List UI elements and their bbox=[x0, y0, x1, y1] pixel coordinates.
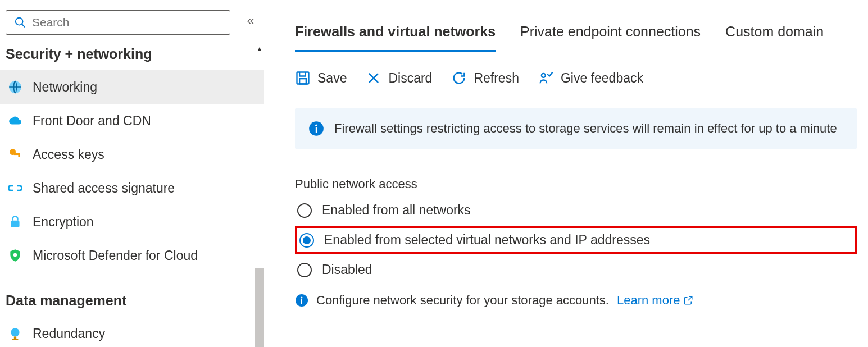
discard-icon bbox=[366, 70, 381, 86]
nav-list-data: Redundancy bbox=[0, 317, 264, 347]
public-access-label: Public network access bbox=[295, 177, 857, 191]
sidebar-item-networking[interactable]: Networking bbox=[0, 70, 264, 104]
sidebar-item-front-door[interactable]: Front Door and CDN bbox=[0, 104, 264, 138]
svg-rect-6 bbox=[11, 221, 19, 227]
toolbar-label: Discard bbox=[388, 71, 432, 86]
sidebar-item-label: Access keys bbox=[33, 147, 104, 162]
toolbar-label: Save bbox=[317, 71, 347, 86]
svg-rect-17 bbox=[316, 127, 317, 133]
sidebar-section-data: Data management bbox=[0, 287, 264, 317]
hint-text: Configure network security for your stor… bbox=[316, 293, 609, 308]
radio-icon bbox=[299, 233, 314, 248]
shield-icon bbox=[8, 248, 22, 263]
feedback-button[interactable]: Give feedback bbox=[538, 70, 643, 86]
sidebar-item-redundancy[interactable]: Redundancy bbox=[0, 317, 264, 347]
toolbar-label: Refresh bbox=[474, 71, 519, 86]
svg-rect-10 bbox=[12, 339, 19, 340]
save-button[interactable]: Save bbox=[295, 70, 347, 86]
key-icon bbox=[8, 147, 22, 162]
scroll-up-icon[interactable]: ▲ bbox=[256, 45, 263, 53]
hint-row: Configure network security for your stor… bbox=[295, 293, 857, 308]
learn-more-link[interactable]: Learn more bbox=[617, 293, 694, 308]
radio-all-networks[interactable]: Enabled from all networks bbox=[295, 198, 857, 222]
sidebar-item-defender[interactable]: Microsoft Defender for Cloud bbox=[0, 239, 264, 272]
sidebar-section-security: Security + networking bbox=[0, 40, 264, 70]
sidebar-item-label: Encryption bbox=[33, 214, 94, 230]
svg-point-8 bbox=[11, 328, 19, 336]
svg-rect-12 bbox=[299, 79, 306, 84]
link-label: Learn more bbox=[617, 293, 680, 308]
sidebar-item-label: Networking bbox=[33, 80, 97, 95]
svg-point-0 bbox=[16, 18, 23, 25]
feedback-icon bbox=[538, 70, 554, 86]
discard-button[interactable]: Discard bbox=[366, 70, 432, 86]
sidebar-item-label: Front Door and CDN bbox=[33, 113, 151, 129]
globe-icon bbox=[8, 80, 22, 94]
refresh-icon bbox=[451, 70, 467, 86]
tab-custom-domain[interactable]: Custom domain bbox=[725, 17, 824, 52]
collapse-sidebar-button[interactable] bbox=[242, 13, 258, 33]
toolbar: Save Discard Refresh Give feedback bbox=[295, 70, 857, 86]
radio-disabled[interactable]: Disabled bbox=[295, 258, 857, 282]
radio-icon bbox=[297, 203, 312, 218]
radio-label: Enabled from selected virtual networks a… bbox=[324, 232, 650, 248]
svg-point-21 bbox=[301, 297, 303, 299]
sidebar-item-label: Redundancy bbox=[33, 326, 105, 341]
radio-icon bbox=[297, 263, 312, 277]
sidebar-scrollbar[interactable]: ▲ bbox=[255, 45, 264, 347]
radio-label: Disabled bbox=[322, 262, 372, 277]
svg-rect-5 bbox=[18, 153, 20, 157]
search-box[interactable] bbox=[6, 10, 230, 35]
scroll-thumb[interactable] bbox=[255, 268, 264, 347]
info-banner: Firewall settings restricting access to … bbox=[295, 108, 857, 149]
search-icon bbox=[14, 16, 26, 29]
lock-icon bbox=[8, 214, 22, 229]
radio-selected-networks[interactable]: Enabled from selected virtual networks a… bbox=[295, 226, 857, 254]
svg-point-7 bbox=[13, 253, 17, 257]
search-input[interactable] bbox=[32, 16, 222, 29]
sidebar-item-encryption[interactable]: Encryption bbox=[0, 205, 264, 239]
search-row bbox=[0, 0, 264, 40]
cloud-icon bbox=[8, 113, 22, 128]
tab-firewalls[interactable]: Firewalls and virtual networks bbox=[295, 17, 496, 52]
nav-list-security: Networking Front Door and CDN Access key… bbox=[0, 70, 264, 272]
save-icon bbox=[295, 70, 311, 86]
radio-label: Enabled from all networks bbox=[322, 203, 471, 218]
public-access-radio-group: Enabled from all networks Enabled from s… bbox=[295, 198, 857, 282]
refresh-button[interactable]: Refresh bbox=[451, 70, 519, 86]
svg-rect-9 bbox=[14, 336, 16, 339]
toolbar-label: Give feedback bbox=[561, 71, 643, 86]
sidebar-item-sas[interactable]: Shared access signature bbox=[0, 171, 264, 205]
external-link-icon bbox=[683, 295, 693, 305]
globe-stand-icon bbox=[8, 326, 22, 341]
sidebar-item-label: Microsoft Defender for Cloud bbox=[33, 248, 198, 263]
tab-bar: Firewalls and virtual networks Private e… bbox=[295, 17, 857, 52]
svg-rect-20 bbox=[301, 299, 302, 304]
info-icon bbox=[308, 121, 324, 136]
link-icon bbox=[8, 181, 22, 195]
info-banner-text: Firewall settings restricting access to … bbox=[334, 121, 837, 136]
info-icon bbox=[295, 294, 308, 307]
sidebar: Security + networking Networking Front D… bbox=[0, 0, 264, 347]
sidebar-item-label: Shared access signature bbox=[33, 181, 175, 196]
sidebar-item-access-keys[interactable]: Access keys bbox=[0, 138, 264, 171]
tab-private-endpoints[interactable]: Private endpoint connections bbox=[520, 17, 701, 52]
svg-point-18 bbox=[315, 124, 317, 126]
svg-point-15 bbox=[542, 74, 546, 77]
main-content: Firewalls and virtual networks Private e… bbox=[264, 0, 868, 347]
svg-line-1 bbox=[22, 24, 25, 28]
